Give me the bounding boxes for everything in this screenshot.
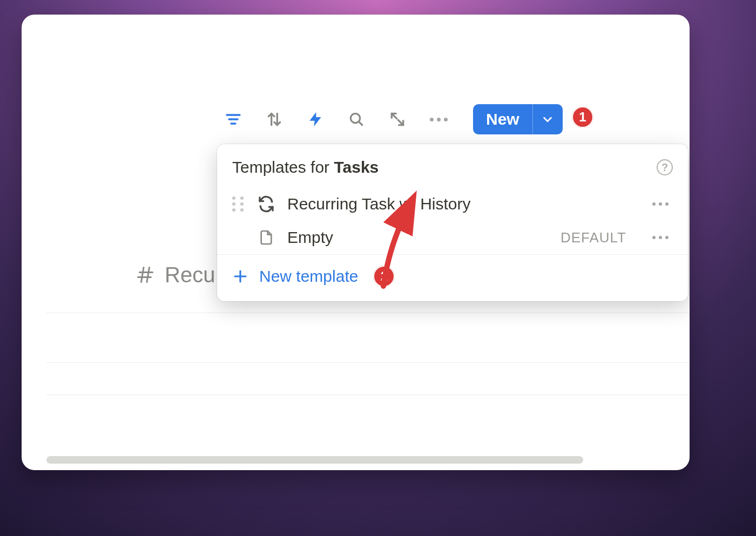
table-divider [46,313,690,313]
new-template-button[interactable]: New template [259,267,358,286]
row-placeholder: Recu [136,263,215,287]
drag-handle-icon[interactable] [232,196,245,212]
annotation-callout-1: 1 [572,106,593,128]
svg-line-4 [359,121,362,125]
template-item-recurring[interactable]: Recurring Task w/ History [217,187,688,221]
popover-header: Templates for Tasks ? [217,144,688,187]
table-divider [46,362,690,363]
filter-icon[interactable] [224,110,243,129]
templates-popover: Templates for Tasks ? Recurring Task w/ … [217,144,688,301]
page-icon [257,228,275,247]
app-window: New 1 Recu Templates for Tasks [22,15,690,470]
recurring-icon [257,195,275,213]
template-name: Recurring Task w/ History [287,195,636,213]
new-button[interactable]: New [473,104,563,134]
default-badge: DEFAULT [561,229,626,246]
plus-icon [232,268,248,284]
sort-icon[interactable] [265,110,284,129]
help-icon[interactable]: ? [657,159,673,175]
horizontal-scrollbar[interactable] [46,456,583,464]
svg-line-8 [147,267,150,282]
template-more-icon[interactable] [648,232,673,243]
popover-title: Templates for Tasks [232,158,379,177]
template-item-empty[interactable]: Empty DEFAULT [217,221,688,254]
template-more-icon[interactable] [648,198,673,210]
search-icon[interactable] [347,110,366,129]
row-partial-text: Recu [165,263,215,287]
svg-line-7 [141,267,144,282]
automation-icon[interactable] [306,110,325,129]
more-icon[interactable] [429,110,448,129]
expand-icon[interactable] [388,110,407,129]
popover-footer: New template 2 [217,254,688,301]
table-divider [46,395,690,395]
new-button-label: New [473,104,532,134]
annotation-arrow [367,205,432,294]
new-button-dropdown[interactable] [532,104,563,134]
hash-icon [136,265,156,286]
